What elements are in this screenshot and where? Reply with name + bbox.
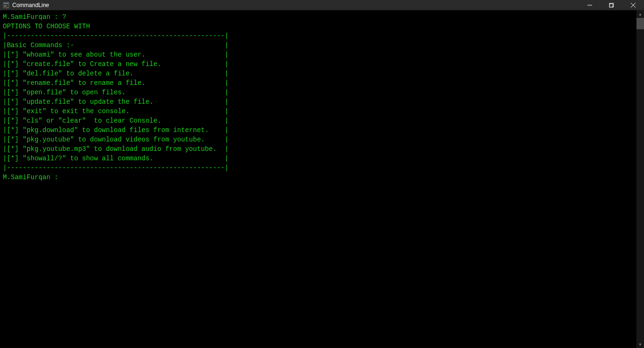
options-header: OPTIONS TO CHOOSE WITH <box>3 22 634 31</box>
scrollbar-down-arrow-icon[interactable]: ▼ <box>636 340 644 348</box>
scrollbar-up-arrow-icon[interactable]: ▲ <box>636 10 644 18</box>
terminal-area: M.SamiFurqan : ?OPTIONS TO CHOOSE WITH|-… <box>0 10 644 348</box>
prompt-history-line: M.SamiFurqan : ? <box>3 12 634 22</box>
window-title: CommandLine <box>12 2 49 8</box>
close-button[interactable] <box>622 0 644 10</box>
current-prompt-line: M.SamiFurqan : <box>3 173 634 182</box>
cursor <box>62 174 66 181</box>
window-controls <box>579 0 644 10</box>
vertical-scrollbar[interactable]: ▲ ▼ <box>636 10 644 348</box>
title-left-group: >_ CommandLine <box>3 2 49 8</box>
command-line: |[*] "cls" or "clear" to clear Console. … <box>3 116 634 125</box>
command-line: |[*] "create.file" to Create a new file.… <box>3 59 634 69</box>
command-line: |[*] "whoami" to see about the user. | <box>3 50 634 59</box>
title-bar: >_ CommandLine <box>0 0 644 10</box>
command-line: |[*] "exit" to exit the console. | <box>3 107 634 116</box>
svg-text:>_: >_ <box>4 4 8 8</box>
svg-rect-6 <box>610 4 613 7</box>
command-line: |[*] "open.file" to open files. | <box>3 88 634 97</box>
command-line: |[*] "showall/?" to show all commands. | <box>3 154 634 163</box>
command-line: |[*] "update.file" to update the file. | <box>3 97 634 107</box>
terminal-output[interactable]: M.SamiFurqan : ?OPTIONS TO CHOOSE WITH|-… <box>0 10 636 348</box>
maximize-button[interactable] <box>601 0 622 10</box>
command-line: |[*] "rename.file" to rename a file. | <box>3 78 634 88</box>
command-line: |[*] "pkg.download" to download files fr… <box>3 125 634 135</box>
border-bottom: |---------------------------------------… <box>3 163 634 173</box>
app-icon: >_ <box>3 2 9 8</box>
command-line: |[*] "pkg.youtube" to download videos fr… <box>3 135 634 144</box>
current-prompt: M.SamiFurqan : <box>3 174 62 181</box>
command-line: |[*] "pkg.youtube.mp3" to download audio… <box>3 144 634 154</box>
scrollbar-thumb[interactable] <box>636 18 644 29</box>
section-title: |Basic Commands :- | <box>3 41 634 50</box>
command-line: |[*] "del.file" to delete a file. | <box>3 69 634 78</box>
border-top: |---------------------------------------… <box>3 31 634 41</box>
minimize-button[interactable] <box>579 0 601 10</box>
svg-rect-1 <box>4 3 8 4</box>
